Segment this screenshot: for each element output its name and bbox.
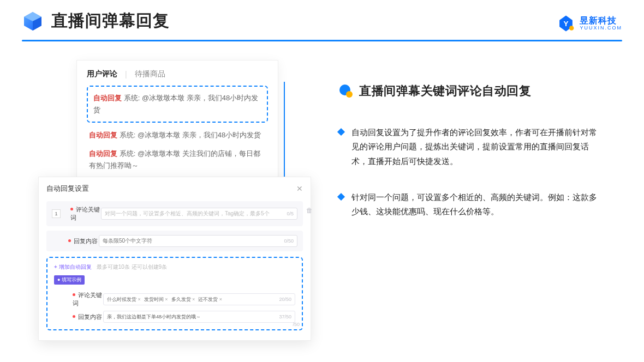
content-label: 回复内容 bbox=[68, 237, 99, 245]
page-header: 直播间弹幕回复 bbox=[0, 0, 644, 32]
brand-name-en: YUUXIN.COM bbox=[580, 26, 622, 31]
right-column: 直播间弹幕关键词评论自动回复 自动回复设置为了提升作者的评论回复效率，作者可在开… bbox=[306, 60, 622, 240]
svg-text:Y: Y bbox=[564, 20, 569, 28]
comment-text: @冰墩墩本墩 亲亲，我们48小时内发货 bbox=[138, 131, 261, 139]
left-column: 用户评论 | 待播商品 自动回复 系统: @冰墩墩本墩 亲亲，我们48小时内发货… bbox=[22, 60, 306, 240]
content-row: 回复内容 每条限50个中文字符 0/50 bbox=[46, 231, 303, 251]
system-label: 系统: bbox=[124, 94, 140, 102]
example-content-row: 回复内容 亲，我们这边都是下单48小时内发货的哦～ 37/50 bbox=[54, 311, 295, 323]
keyword-label: 评论关键词 bbox=[73, 291, 103, 307]
comment-row: 自动回复 系统: @冰墩墩本墩 关注我们的店铺，每日都有热门推荐呦～ bbox=[87, 148, 268, 172]
diamond-icon bbox=[337, 128, 345, 136]
brand-logo-icon: Y bbox=[557, 14, 575, 33]
tab-user-comments[interactable]: 用户评论 bbox=[87, 69, 117, 79]
cube-icon bbox=[22, 10, 44, 32]
comments-card: 用户评论 | 待播商品 自动回复 系统: @冰墩墩本墩 亲亲，我们48小时内发货… bbox=[76, 60, 278, 184]
example-tag: ● 填写示例 bbox=[54, 275, 85, 285]
example-keyword-row: 评论关键词 什么时候发货 发货时间 多久发货 还不发货 20/50 bbox=[54, 291, 295, 307]
keyword-row: 1 评论关键词 对同一个问题，可设置多个相近、高频的关键词，Tag确定，最多5个… bbox=[46, 201, 303, 226]
keyword-label: 评论关键词 bbox=[70, 206, 101, 222]
example-section: + 增加自动回复 最多可建10条 还可以创建9条 ● 填写示例 评论关键词 什么… bbox=[46, 257, 303, 330]
order-number: 1 bbox=[52, 209, 61, 218]
section-header: 直播间弹幕关键词评论自动回复 bbox=[338, 83, 622, 99]
auto-reply-badge: 自动回复 bbox=[93, 94, 122, 102]
example-keyword-chips[interactable]: 什么时候发货 发货时间 多久发货 还不发货 20/50 bbox=[103, 293, 295, 305]
auto-reply-badge: 自动回复 bbox=[89, 131, 117, 139]
bullet-text: 自动回复设置为了提升作者的评论回复效率，作者可在开播前针对常见的评论用户问题，提… bbox=[351, 125, 603, 168]
brand-block: Y 昱新科技 YUUXIN.COM bbox=[557, 14, 622, 33]
brand-name-cn: 昱新科技 bbox=[580, 16, 622, 26]
auto-reply-badge: 自动回复 bbox=[89, 149, 117, 158]
add-auto-reply-link[interactable]: + 增加自动回复 bbox=[54, 264, 92, 270]
system-label: 系统: bbox=[120, 149, 136, 158]
tab-pending-goods[interactable]: 待播商品 bbox=[135, 69, 165, 79]
keyword-input[interactable]: 对同一个问题，可设置多个相近、高频的关键词，Tag确定，最多5个 0/5 bbox=[101, 208, 297, 220]
keyword-chip[interactable]: 多久发货 bbox=[171, 296, 195, 303]
keyword-chip[interactable]: 什么时候发货 bbox=[107, 296, 141, 303]
comment-row: 自动回复 系统: @冰墩墩本墩 亲亲，我们48小时内发货 bbox=[87, 129, 268, 141]
svg-point-3 bbox=[569, 26, 574, 31]
tab-separator: | bbox=[125, 70, 127, 79]
diamond-icon bbox=[337, 193, 345, 201]
svg-point-6 bbox=[346, 91, 353, 98]
highlighted-comment: 自动回复 系统: @冰墩墩本墩 亲亲，我们48小时内发货 bbox=[87, 86, 268, 123]
content-input[interactable]: 每条限50个中文字符 0/50 bbox=[99, 235, 297, 247]
page-title: 直播间弹幕回复 bbox=[51, 10, 170, 32]
bubble-icon bbox=[338, 84, 353, 98]
bullet-item: 针对同一个问题，可设置多个相近的、高频的关键词。例如：这款多少钱、这块能优惠吗、… bbox=[338, 190, 622, 219]
close-icon[interactable]: ✕ bbox=[296, 184, 303, 193]
trash-icon[interactable]: 🗑 bbox=[306, 207, 313, 214]
section-title: 直播间弹幕关键词评论自动回复 bbox=[359, 83, 531, 99]
content-label: 回复内容 bbox=[73, 313, 103, 321]
bullet-item: 自动回复设置为了提升作者的评论回复效率，作者可在开播前针对常见的评论用户问题，提… bbox=[338, 125, 622, 168]
outer-counter: /50 bbox=[293, 322, 300, 327]
settings-title: 自动回复设置 bbox=[46, 184, 89, 194]
keyword-chip[interactable]: 还不发货 bbox=[198, 296, 222, 303]
comments-tabs: 用户评论 | 待播商品 bbox=[87, 69, 268, 79]
keyword-chip[interactable]: 发货时间 bbox=[144, 296, 168, 303]
bullet-text: 针对同一个问题，可设置多个相近的、高频的关键词。例如：这款多少钱、这块能优惠吗、… bbox=[351, 190, 603, 219]
settings-card: 自动回复设置 ✕ 1 评论关键词 对同一个问题，可设置多个相近、高频的关键词，T… bbox=[38, 177, 311, 341]
example-content-input[interactable]: 亲，我们这边都是下单48小时内发货的哦～ 37/50 bbox=[103, 311, 295, 323]
system-label: 系统: bbox=[120, 131, 136, 139]
add-hint: 最多可建10条 还可以创建9条 bbox=[97, 264, 167, 270]
